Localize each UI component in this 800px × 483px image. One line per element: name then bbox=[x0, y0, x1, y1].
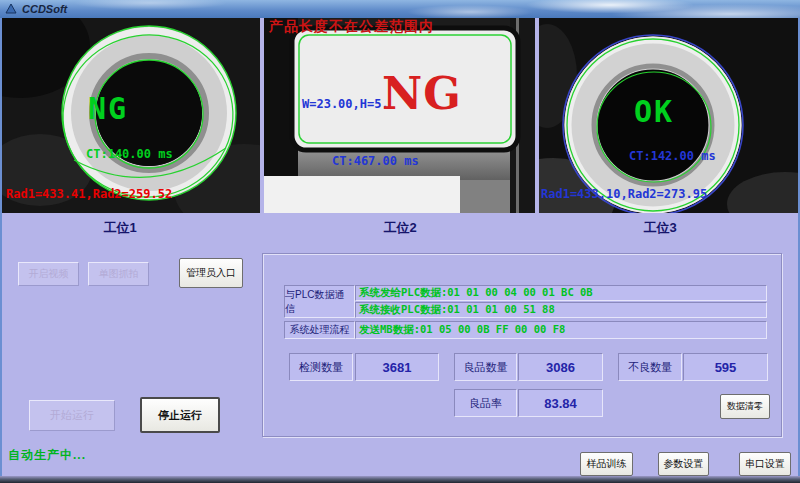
stop-run-button[interactable]: 停止运行 bbox=[140, 397, 220, 433]
process-flow-field: 发送MB数据:01 05 00 0B FF 00 00 F8 bbox=[355, 321, 767, 339]
camera-view-station3: OK CT:142.00 ms Rad1=433.10,Rad2=273.95 bbox=[539, 18, 798, 213]
cycle-time-station1: CT:140.00 ms bbox=[86, 148, 173, 161]
radius-readout-station3: Rad1=433.10,Rad2=273.95 bbox=[541, 188, 707, 201]
ring-part-image-1 bbox=[2, 18, 260, 213]
yield-rate-value: 83.84 bbox=[518, 389, 603, 417]
window-frame-bottom bbox=[0, 476, 800, 483]
title-bar: CCDSoft bbox=[0, 0, 800, 18]
plc-receive-data-field: 系统接收PLC数据:01 01 01 00 51 88 bbox=[355, 302, 767, 318]
camera-view-station2: 产品长度不在公差范围内 W=23.00,H=5. NG CT:467.00 ms bbox=[264, 18, 535, 213]
open-video-button[interactable]: 开启视频 bbox=[18, 262, 79, 286]
plc-comm-label: 与PLC数据通信 bbox=[284, 285, 355, 318]
start-run-button[interactable]: 开始运行 bbox=[29, 400, 115, 431]
bad-count-label: 不良数量 bbox=[618, 353, 682, 381]
production-status-text: 自动生产中... bbox=[8, 447, 86, 464]
param-settings-button[interactable]: 参数设置 bbox=[658, 452, 709, 476]
good-count-label: 良品数量 bbox=[454, 353, 517, 381]
good-count-value: 3086 bbox=[518, 353, 603, 381]
camera-view-station1: NG CT:140.00 ms Rad1=433.41,Rad2=259.52 bbox=[2, 18, 260, 213]
alarm-message: 产品长度不在公差范围内 bbox=[269, 19, 434, 34]
single-capture-button[interactable]: 单图抓拍 bbox=[88, 262, 149, 286]
cycle-time-station3: CT:142.00 ms bbox=[629, 150, 716, 163]
detect-count-label: 检测数量 bbox=[289, 353, 353, 381]
window-frame-left bbox=[0, 18, 2, 476]
process-flow-label: 系统处理流程 bbox=[284, 321, 355, 339]
yield-rate-label: 良品率 bbox=[454, 389, 517, 417]
sample-training-button[interactable]: 样品训练 bbox=[580, 452, 633, 476]
measurement-readout-station2: W=23.00,H=5. bbox=[302, 98, 389, 111]
serial-settings-button[interactable]: 串口设置 bbox=[739, 452, 791, 476]
station3-label: 工位3 bbox=[625, 219, 695, 237]
station2-label: 工位2 bbox=[365, 219, 435, 237]
bad-count-value: 595 bbox=[683, 353, 768, 381]
result-label-station2: NG bbox=[382, 70, 462, 118]
detect-count-value: 3681 bbox=[355, 353, 439, 381]
plc-send-data-field: 系统发给PLC数据:01 01 00 04 00 01 BC 0B bbox=[355, 285, 767, 301]
app-icon bbox=[5, 3, 17, 15]
data-clear-button[interactable]: 数据清零 bbox=[720, 394, 770, 419]
cycle-time-station2: CT:467.00 ms bbox=[332, 155, 419, 168]
window-title: CCDSoft bbox=[22, 3, 67, 15]
station1-label: 工位1 bbox=[85, 219, 155, 237]
result-label-station3: OK bbox=[634, 95, 674, 128]
result-label-station1: NG bbox=[88, 92, 128, 125]
admin-entry-button[interactable]: 管理员入口 bbox=[179, 258, 243, 288]
radius-readout-station1: Rad1=433.41,Rad2=259.52 bbox=[6, 188, 172, 201]
plc-data-groupbox: 与PLC数据通信 系统发给PLC数据:01 01 00 04 00 01 BC … bbox=[262, 253, 782, 437]
